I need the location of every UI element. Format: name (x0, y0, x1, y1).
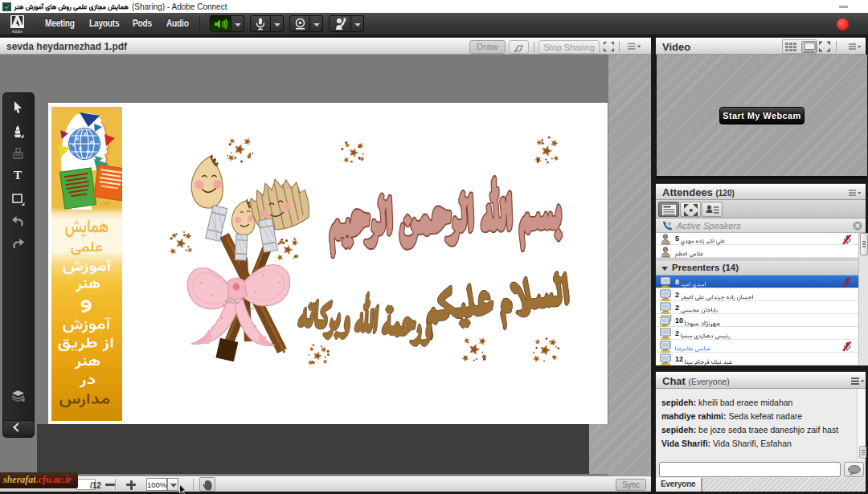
svg-text:GUD: GUD (225, 298, 240, 305)
svg-text:Adobe: Adobe (12, 30, 23, 34)
